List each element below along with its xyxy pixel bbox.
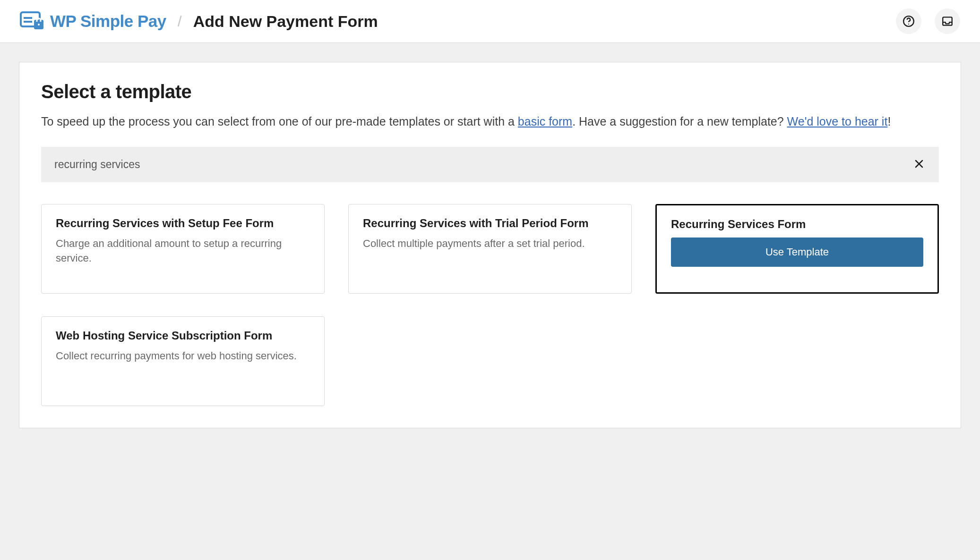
panel-heading: Select a template [41, 81, 939, 102]
template-title: Recurring Services with Setup Fee Form [56, 217, 310, 230]
topbar: WP Simple Pay / Add New Payment Form [0, 0, 980, 43]
breadcrumb-separator: / [175, 13, 185, 30]
template-grid: Recurring Services with Setup Fee Form C… [41, 204, 939, 406]
template-card[interactable]: Web Hosting Service Subscription Form Co… [41, 316, 325, 406]
template-title: Recurring Services with Trial Period For… [363, 217, 617, 230]
brand-name: WP Simple Pay [50, 12, 166, 31]
svg-point-6 [908, 24, 909, 25]
brand-card-icon [20, 11, 44, 31]
template-description: Charge an additional amount to setup a r… [56, 237, 310, 266]
content-area: Select a template To speed up the proces… [0, 43, 980, 447]
template-card[interactable]: Recurring Services with Setup Fee Form C… [41, 204, 325, 294]
template-selector-panel: Select a template To speed up the proces… [19, 62, 961, 428]
panel-intro: To speed up the process you can select f… [41, 113, 939, 130]
page-title: Add New Payment Form [193, 12, 378, 31]
template-card-active[interactable]: Recurring Services Form Use Template [655, 204, 939, 294]
svg-point-4 [38, 24, 40, 25]
template-description: Collect multiple payments after a set tr… [363, 237, 617, 251]
close-icon [914, 159, 924, 169]
template-title: Web Hosting Service Subscription Form [56, 329, 310, 342]
template-card[interactable]: Recurring Services with Trial Period For… [348, 204, 632, 294]
basic-form-link[interactable]: basic form [518, 115, 572, 128]
suggestion-link[interactable]: We'd love to hear it [787, 115, 888, 128]
inbox-icon [941, 15, 954, 27]
template-title: Recurring Services Form [671, 218, 923, 231]
intro-text-2: . Have a suggestion for a new template? [572, 115, 787, 128]
inbox-button[interactable] [935, 8, 960, 34]
intro-text-1: To speed up the process you can select f… [41, 115, 518, 128]
template-description: Collect recurring payments for web hosti… [56, 349, 310, 364]
intro-text-3: ! [887, 115, 891, 128]
clear-search-button[interactable] [912, 157, 926, 172]
help-icon [903, 15, 915, 27]
search-bar [41, 147, 939, 182]
use-template-button[interactable]: Use Template [671, 238, 923, 267]
brand-logo[interactable]: WP Simple Pay [20, 11, 166, 31]
template-search-input[interactable] [54, 158, 912, 171]
help-button[interactable] [896, 8, 921, 34]
